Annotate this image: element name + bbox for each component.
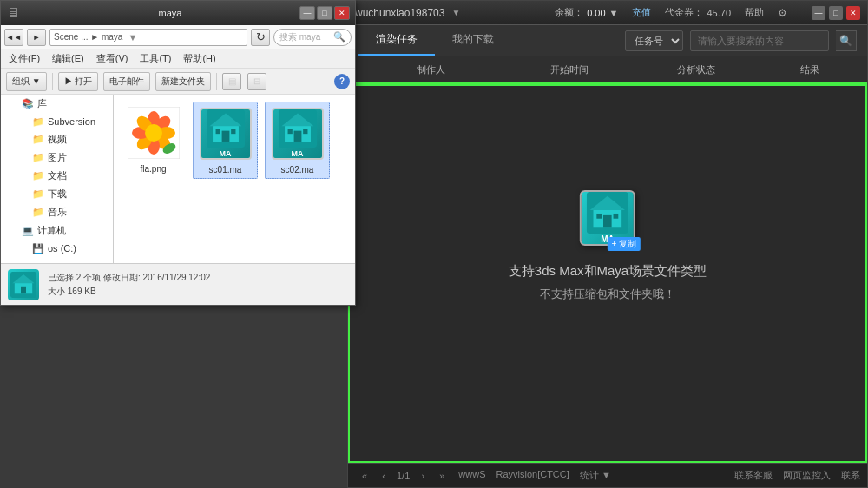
tree-item-subversion[interactable]: 📁 Subversion: [1, 113, 113, 130]
status-maya-svg: [10, 272, 36, 298]
balance-value: 0.00: [587, 8, 605, 18]
help-circle-button[interactable]: ?: [334, 74, 350, 89]
file-thumb-fla: [126, 105, 181, 161]
tab-my-downloads[interactable]: 我的下载: [435, 25, 511, 56]
tree-item-library[interactable]: 📚 库: [1, 95, 113, 113]
app-minimize-btn[interactable]: —: [812, 6, 825, 20]
file-area: fla.png: [114, 95, 355, 263]
search-placeholder: 搜索 maya: [279, 31, 320, 43]
music-folder-icon: 📁: [32, 207, 44, 219]
customer-service-link[interactable]: 联系客服: [734, 469, 773, 482]
new-folder-button[interactable]: 新建文件夹: [155, 72, 211, 91]
task-type-select[interactable]: 任务号: [625, 30, 683, 51]
tree-item-downloads[interactable]: 📁 下载: [1, 185, 113, 203]
forward-button[interactable]: ►: [27, 29, 46, 46]
search-field[interactable]: 搜索 maya 🔍: [273, 29, 352, 46]
bottom-item-stats[interactable]: 统计 ▼: [580, 469, 611, 482]
search-magnifier-icon: 🔍: [333, 31, 345, 43]
prev-page-button[interactable]: ‹: [374, 467, 393, 485]
refresh-button[interactable]: ↻: [251, 29, 270, 46]
first-page-button[interactable]: «: [355, 467, 374, 485]
explorer-menu-bar: 文件(F) 编辑(E) 查看(V) 工具(T) 帮助(H): [1, 49, 355, 69]
file-explorer-window: 🖥 maya — □ ✕ ◄◄ ► Scene ... ► maya ▼ ↻ 搜…: [0, 0, 356, 306]
monitor-link[interactable]: 网页监控入: [783, 469, 831, 482]
address-field[interactable]: Scene ... ► maya ▼: [49, 29, 247, 46]
username-chevron-icon[interactable]: ▼: [451, 8, 460, 17]
view-toggle-button[interactable]: ▤: [222, 73, 241, 90]
explorer-minimize-btn[interactable]: —: [299, 6, 315, 20]
app-window-controls: — □ ✕: [812, 6, 860, 20]
task-search-button[interactable]: 🔍: [836, 30, 857, 51]
file-item-fla[interactable]: fla.png: [121, 102, 186, 179]
tree-item-osc[interactable]: 💾 os (C:): [1, 240, 113, 257]
recharge-button[interactable]: 充值: [632, 6, 651, 19]
last-page-button[interactable]: »: [432, 467, 451, 485]
maya-icon-sc02: MA: [272, 108, 324, 160]
help-link[interactable]: 帮助: [745, 6, 764, 19]
page-info: 1/1: [393, 471, 413, 481]
open-button[interactable]: ▶ 打开: [58, 72, 99, 91]
computer-icon: 💻: [22, 225, 34, 237]
bottom-links: 联系客服 网页监控入 联系: [734, 469, 860, 482]
content-area[interactable]: MA + 复制 支持3ds Max和Maya场景文件类型 不支持压缩包和文件夹哦…: [348, 84, 867, 463]
menu-tools[interactable]: 工具(T): [137, 51, 174, 66]
bottom-item-www[interactable]: wwwS: [458, 469, 485, 482]
tree-item-video[interactable]: 📁 视频: [1, 130, 113, 148]
explorer-window-controls: — □ ✕: [299, 6, 350, 20]
svg-rect-32: [614, 214, 619, 219]
tab-render-task[interactable]: 渲染任务: [358, 25, 435, 56]
svg-rect-14: [221, 131, 229, 142]
col-header-start-time: 开始时间: [507, 63, 634, 76]
back-button[interactable]: ◄◄: [4, 29, 23, 46]
coupon-label: 代金券：: [665, 6, 703, 19]
status-line1: 已选择 2 个项 修改日期: 2016/11/29 12:02: [48, 271, 210, 285]
app-tab-bar: 渲染任务 我的下载 任务号 🔍: [348, 25, 867, 56]
email-button[interactable]: 电子邮件: [103, 72, 150, 91]
settings-gear-icon[interactable]: ⚙: [778, 7, 787, 19]
drag-icon-wrapper: MA + 复制: [580, 190, 635, 246]
menu-edit[interactable]: 编辑(E): [49, 51, 87, 66]
svg-rect-20: [293, 131, 301, 142]
explorer-close-btn[interactable]: ✕: [334, 6, 350, 20]
explorer-title: maya: [41, 8, 299, 18]
app-title-bar: wuchunxiao198703 ▼ 余额： 0.00 ▼ 充值 代金券： 45…: [348, 1, 867, 25]
app-bottom-bar: « ‹ 1/1 › » wwwS Rayvision[CTCC] 统计 ▼ 联系…: [348, 463, 867, 487]
bottom-item-rayvision[interactable]: Rayvision[CTCC]: [496, 469, 569, 482]
view-detail-button[interactable]: ⊟: [247, 73, 266, 90]
organize-button[interactable]: 组织 ▼: [6, 72, 47, 91]
tree-item-computer[interactable]: 💻 计算机: [1, 221, 113, 240]
file-item-sc02[interactable]: MA sc02.ma: [265, 102, 330, 179]
menu-view[interactable]: 查看(V): [94, 51, 131, 66]
menu-help[interactable]: 帮助(H): [181, 51, 218, 66]
explorer-content: 📚 库 📁 Subversion 📁 视频 📁 图片 📁 文档: [1, 95, 355, 263]
svg-rect-21: [287, 129, 292, 134]
tree-item-pictures[interactable]: 📁 图片: [1, 148, 113, 167]
next-page-button[interactable]: ›: [413, 467, 432, 485]
explorer-status-bar: 已选择 2 个项 修改日期: 2016/11/29 12:02 大小 169 K…: [1, 263, 355, 305]
drag-maya-house-svg: [587, 192, 628, 234]
task-search-input[interactable]: [690, 30, 829, 51]
menu-file[interactable]: 文件(F): [6, 51, 43, 66]
app-maximize-btn[interactable]: □: [829, 6, 843, 20]
app-close-btn[interactable]: ✕: [846, 6, 860, 20]
tree-item-music[interactable]: 📁 音乐: [1, 203, 113, 221]
tree-item-documents[interactable]: 📁 文档: [1, 167, 113, 185]
svg-rect-26: [21, 286, 26, 293]
subversion-folder-icon: 📁: [32, 115, 44, 128]
address-bar: ◄◄ ► Scene ... ► maya ▼ ↻ 搜索 maya 🔍: [1, 25, 355, 49]
bottom-items: wwwS Rayvision[CTCC] 统计 ▼: [458, 469, 610, 482]
video-folder-icon: 📁: [32, 134, 44, 146]
tab-right-controls: 任务号 🔍: [625, 25, 857, 56]
disk-icon: 💾: [32, 242, 44, 254]
svg-rect-30: [603, 215, 612, 227]
tree-label-documents: 文档: [48, 169, 67, 182]
drag-message: 支持3ds Max和Maya场景文件类型: [509, 263, 707, 280]
address-path: Scene ... ► maya: [54, 32, 122, 42]
explorer-maximize-btn[interactable]: □: [317, 6, 332, 20]
contact-link[interactable]: 联系: [841, 469, 860, 482]
address-chevron: ▼: [128, 32, 137, 43]
file-item-sc01[interactable]: MA sc01.ma: [193, 102, 258, 179]
balance-chevron-icon[interactable]: ▼: [609, 8, 619, 18]
file-thumb-sc02: MA: [270, 106, 326, 162]
svg-rect-16: [231, 129, 235, 134]
